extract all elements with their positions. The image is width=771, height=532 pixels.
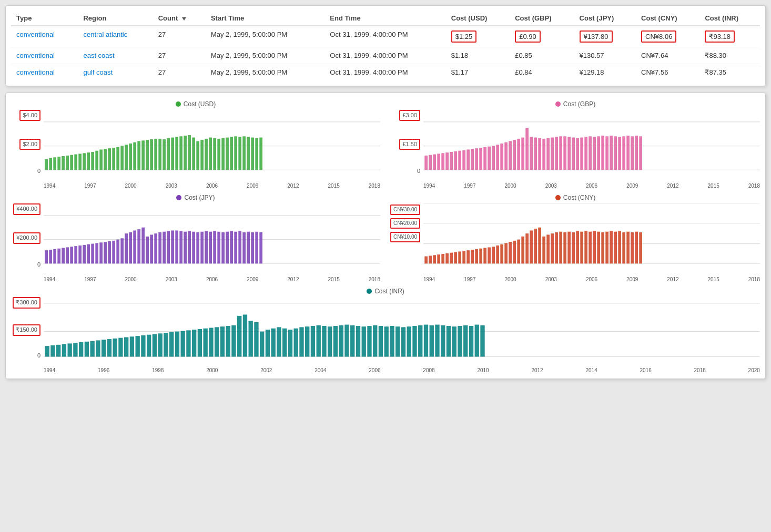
svg-rect-101 bbox=[605, 136, 608, 170]
svg-rect-283 bbox=[379, 326, 383, 357]
cell-inr: ₹88.30 bbox=[699, 47, 760, 64]
svg-rect-107 bbox=[631, 136, 634, 170]
svg-rect-288 bbox=[407, 326, 411, 356]
svg-rect-51 bbox=[247, 137, 250, 170]
gbp-y-high: £3.00 bbox=[399, 110, 420, 121]
cell-type[interactable]: conventional bbox=[11, 26, 78, 47]
svg-rect-88 bbox=[551, 138, 554, 170]
svg-rect-193 bbox=[525, 233, 529, 263]
cny-chart-area bbox=[423, 203, 760, 275]
svg-rect-220 bbox=[639, 232, 642, 263]
cell-jpy: ¥130.57 bbox=[574, 47, 636, 64]
svg-rect-163 bbox=[255, 232, 258, 264]
cell-type[interactable]: conventional bbox=[11, 47, 78, 64]
svg-rect-49 bbox=[238, 137, 241, 170]
col-count[interactable]: Count bbox=[153, 11, 206, 26]
svg-rect-91 bbox=[563, 136, 566, 170]
svg-rect-269 bbox=[299, 328, 303, 357]
svg-rect-42 bbox=[209, 138, 212, 170]
svg-rect-218 bbox=[631, 232, 634, 263]
svg-rect-216 bbox=[622, 232, 625, 263]
svg-rect-45 bbox=[221, 138, 225, 170]
cell-cny: CN¥8.06 bbox=[636, 26, 699, 47]
cny-dot-icon bbox=[555, 195, 561, 200]
svg-rect-47 bbox=[230, 137, 233, 170]
inr-chart-title: Cost (INR) bbox=[374, 288, 404, 295]
svg-rect-134 bbox=[133, 231, 136, 264]
cell-cny-value: CN¥8.06 bbox=[641, 30, 676, 43]
cell-region[interactable]: central atlantic bbox=[78, 26, 153, 47]
svg-rect-73 bbox=[488, 147, 491, 170]
cell-usd: $1.17 bbox=[446, 64, 510, 81]
svg-rect-69 bbox=[471, 149, 474, 170]
cell-region-link[interactable]: east coast bbox=[83, 52, 114, 59]
svg-rect-176 bbox=[454, 252, 457, 264]
svg-rect-229 bbox=[73, 343, 77, 356]
cell-region-link[interactable]: gulf coast bbox=[83, 68, 113, 76]
svg-rect-195 bbox=[534, 229, 537, 263]
cell-region-link[interactable]: central atlantic bbox=[83, 30, 127, 38]
cell-count: 27 bbox=[153, 64, 206, 81]
svg-rect-202 bbox=[563, 232, 566, 263]
svg-rect-271 bbox=[311, 326, 315, 357]
svg-rect-248 bbox=[181, 331, 185, 357]
svg-rect-200 bbox=[555, 232, 558, 263]
svg-rect-246 bbox=[169, 332, 174, 357]
cell-type-link[interactable]: conventional bbox=[16, 30, 55, 38]
cell-region[interactable]: east coast bbox=[78, 47, 153, 64]
svg-rect-62 bbox=[441, 153, 444, 170]
svg-rect-128 bbox=[108, 241, 111, 263]
cell-usd: $1.18 bbox=[446, 47, 510, 64]
col-type: Type bbox=[11, 11, 78, 26]
svg-rect-4 bbox=[49, 158, 52, 170]
svg-rect-261 bbox=[254, 322, 258, 357]
svg-rect-131 bbox=[120, 238, 124, 263]
svg-rect-106 bbox=[626, 136, 630, 170]
svg-rect-182 bbox=[479, 249, 482, 264]
cell-type[interactable]: conventional bbox=[11, 64, 78, 81]
svg-rect-284 bbox=[384, 326, 389, 356]
svg-rect-90 bbox=[559, 136, 562, 170]
svg-rect-286 bbox=[395, 326, 400, 356]
svg-rect-20 bbox=[116, 147, 119, 170]
svg-rect-161 bbox=[247, 232, 250, 264]
svg-rect-135 bbox=[137, 229, 140, 263]
svg-rect-159 bbox=[238, 231, 241, 264]
svg-rect-253 bbox=[209, 328, 213, 357]
cell-type-link[interactable]: conventional bbox=[16, 68, 55, 76]
svg-rect-24 bbox=[133, 142, 136, 170]
svg-rect-114 bbox=[49, 250, 52, 263]
svg-rect-285 bbox=[390, 326, 394, 357]
svg-rect-29 bbox=[154, 139, 157, 170]
svg-rect-43 bbox=[213, 138, 216, 170]
svg-rect-292 bbox=[430, 325, 434, 357]
svg-rect-94 bbox=[576, 138, 579, 170]
svg-rect-92 bbox=[567, 137, 571, 170]
col-inr: Cost (INR) bbox=[699, 11, 760, 26]
svg-rect-77 bbox=[504, 142, 508, 170]
jpy-y-mid: ¥200.00 bbox=[13, 232, 40, 243]
svg-rect-123 bbox=[87, 244, 90, 264]
sort-arrow-icon bbox=[182, 17, 186, 21]
svg-rect-10 bbox=[74, 155, 77, 170]
cny-chart-title: Cost (CNY) bbox=[563, 194, 595, 201]
svg-rect-40 bbox=[200, 140, 204, 170]
svg-rect-243 bbox=[153, 334, 157, 357]
cell-usd-value: $1.25 bbox=[451, 30, 477, 43]
svg-rect-273 bbox=[322, 326, 326, 357]
svg-rect-31 bbox=[163, 139, 166, 170]
cell-cny: CN¥7.64 bbox=[636, 47, 699, 64]
svg-rect-171 bbox=[433, 255, 436, 263]
svg-rect-289 bbox=[412, 326, 417, 357]
inr-y-mid: ₹150.00 bbox=[13, 324, 40, 335]
cell-type-link[interactable]: conventional bbox=[16, 52, 55, 59]
svg-rect-263 bbox=[266, 330, 270, 356]
svg-rect-25 bbox=[137, 141, 140, 170]
svg-rect-115 bbox=[53, 249, 56, 263]
cell-region[interactable]: gulf coast bbox=[78, 64, 153, 81]
svg-rect-296 bbox=[452, 326, 456, 356]
svg-rect-64 bbox=[450, 152, 453, 170]
gbp-dot-icon bbox=[555, 101, 561, 107]
svg-rect-58 bbox=[424, 156, 428, 170]
svg-rect-251 bbox=[198, 329, 202, 357]
